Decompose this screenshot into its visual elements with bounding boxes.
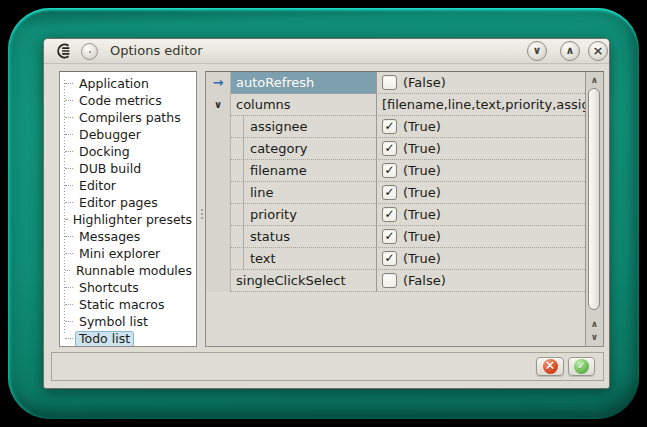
sidebar-item-label: Highlighter presets	[69, 212, 196, 228]
tree-list: Application Code metrics Compilers paths…	[60, 75, 196, 347]
property-grid[interactable]: → ∨ autoRefresh (False) → ∨ columns [fil…	[205, 71, 604, 347]
property-value: (True)	[403, 119, 441, 134]
property-name: priority	[250, 207, 297, 222]
property-row[interactable]: → ∨ autoRefresh (False)	[206, 72, 585, 94]
property-name: autoRefresh	[236, 75, 314, 90]
property-name-cell[interactable]: status	[230, 226, 376, 248]
property-row[interactable]: → ∨ priority ✓ (True)	[206, 204, 585, 226]
sidebar-item[interactable]: Symbol list	[60, 313, 196, 330]
sidebar-item-label: Runnable modules	[72, 263, 196, 279]
property-row[interactable]: → ∨ singleClickSelect (False)	[206, 270, 585, 292]
scroll-up-button-2[interactable]: ∧	[586, 318, 603, 330]
property-name-cell[interactable]: priority	[230, 204, 376, 226]
sidebar-item[interactable]: Debugger	[60, 126, 196, 143]
property-value-cell[interactable]: (False)	[376, 270, 585, 292]
sidebar-item[interactable]: Editor	[60, 177, 196, 194]
sidebar-item[interactable]: Code metrics	[60, 92, 196, 109]
checkbox[interactable]: ✓	[382, 163, 397, 178]
property-value: (False)	[403, 75, 446, 90]
tree-branch-line	[65, 168, 73, 169]
property-name-cell[interactable]: text	[230, 248, 376, 270]
property-value: (True)	[403, 141, 441, 156]
property-row[interactable]: → ∨ status ✓ (True)	[206, 226, 585, 248]
sidebar-item[interactable]: Messages	[60, 228, 196, 245]
close-button[interactable]: ×	[588, 41, 608, 61]
titlebar[interactable]: Options editor ∨ ∧ ×	[44, 39, 609, 64]
window-menu-button[interactable]	[81, 43, 98, 60]
categories-tree[interactable]: Application Code metrics Compilers paths…	[59, 71, 197, 347]
checkbox[interactable]: ✓	[382, 141, 397, 156]
sidebar-item[interactable]: Docking	[60, 143, 196, 160]
checkbox[interactable]: ✓	[382, 185, 397, 200]
collapse-chevron-icon[interactable]: ∨	[210, 94, 226, 116]
property-row[interactable]: → ∨ line ✓ (True)	[206, 182, 585, 204]
sidebar-item[interactable]: Highlighter presets	[60, 211, 196, 228]
sidebar-item[interactable]: Mini explorer	[60, 245, 196, 262]
property-name: assignee	[250, 119, 308, 134]
property-name-cell[interactable]: autoRefresh	[230, 72, 376, 94]
property-name-cell[interactable]: filename	[230, 160, 376, 182]
checkbox[interactable]	[382, 75, 397, 90]
property-name-cell[interactable]: columns	[230, 94, 376, 116]
property-name-cell[interactable]: assignee	[230, 116, 376, 138]
property-row[interactable]: → ∨ text ✓ (True)	[206, 248, 585, 270]
property-value-cell[interactable]: ✓ (True)	[376, 204, 585, 226]
property-name: category	[250, 141, 307, 156]
property-value: (True)	[403, 163, 441, 178]
checkbox[interactable]	[382, 273, 397, 288]
tree-branch-line	[65, 185, 73, 186]
property-name-cell[interactable]: singleClickSelect	[230, 270, 376, 292]
cancel-button[interactable]: ✕	[536, 357, 564, 376]
sidebar-item[interactable]: Static macros	[60, 296, 196, 313]
sidebar-item-label: Todo list	[75, 331, 134, 347]
property-value: [filename,line,text,priority,assigne	[382, 97, 585, 112]
sidebar-item[interactable]: Runnable modules	[60, 262, 196, 279]
row-gutter: → ∨	[206, 204, 230, 226]
tree-branch-line	[65, 134, 73, 135]
sidebar-item-label: Application	[75, 76, 153, 92]
checkbox[interactable]: ✓	[382, 229, 397, 244]
property-row[interactable]: → ∨ category ✓ (True)	[206, 138, 585, 160]
sidebar-item[interactable]: Application	[60, 75, 196, 92]
tree-branch-line	[65, 236, 73, 237]
tree-branch-line	[65, 202, 73, 203]
scrollbar-thumb[interactable]	[588, 88, 600, 310]
vertical-scrollbar[interactable]: ∧ ∧ ∨	[585, 72, 603, 346]
window-title: Options editor	[110, 39, 203, 63]
sidebar-item[interactable]: Shortcuts	[60, 279, 196, 296]
checkbox[interactable]: ✓	[382, 119, 397, 134]
ok-button[interactable]: ✓	[568, 357, 595, 376]
property-name-cell[interactable]: line	[230, 182, 376, 204]
scroll-up-button[interactable]: ∧	[586, 74, 603, 86]
scroll-down-button[interactable]: ∨	[586, 331, 603, 343]
cancel-x-icon: ✕	[543, 359, 558, 374]
sidebar-item[interactable]: Editor pages	[60, 194, 196, 211]
property-value-cell[interactable]: (False)	[376, 72, 585, 94]
sidebar-item-label: Shortcuts	[75, 280, 143, 296]
property-value-cell[interactable]: ✓ (True)	[376, 182, 585, 204]
checkbox[interactable]: ✓	[382, 207, 397, 222]
selected-row-arrow-icon: →	[210, 72, 226, 94]
shade-button[interactable]: ∨	[527, 41, 547, 61]
property-value-cell[interactable]: [filename,line,text,priority,assigne	[376, 94, 585, 116]
maximize-button[interactable]: ∧	[560, 41, 580, 61]
sidebar-item[interactable]: DUB build	[60, 160, 196, 177]
property-row[interactable]: → ∨ columns [filename,line,text,priority…	[206, 94, 585, 116]
property-name-cell[interactable]: category	[230, 138, 376, 160]
row-gutter: → ∨	[206, 138, 230, 160]
property-value-cell[interactable]: ✓ (True)	[376, 226, 585, 248]
sidebar-item-label: Debugger	[75, 127, 145, 143]
sidebar-item-label: Code metrics	[75, 93, 166, 109]
tree-branch-line	[65, 287, 73, 288]
checkbox[interactable]: ✓	[382, 251, 397, 266]
property-row[interactable]: → ∨ filename ✓ (True)	[206, 160, 585, 182]
property-value-cell[interactable]: ✓ (True)	[376, 116, 585, 138]
sidebar-item[interactable]: Compilers paths	[60, 109, 196, 126]
splitter-handle[interactable]	[198, 71, 205, 347]
property-value-cell[interactable]: ✓ (True)	[376, 248, 585, 270]
sidebar-item[interactable]: Todo list	[60, 330, 196, 347]
property-row[interactable]: → ∨ assignee ✓ (True)	[206, 116, 585, 138]
property-value: (True)	[403, 251, 441, 266]
property-value-cell[interactable]: ✓ (True)	[376, 160, 585, 182]
property-value-cell[interactable]: ✓ (True)	[376, 138, 585, 160]
